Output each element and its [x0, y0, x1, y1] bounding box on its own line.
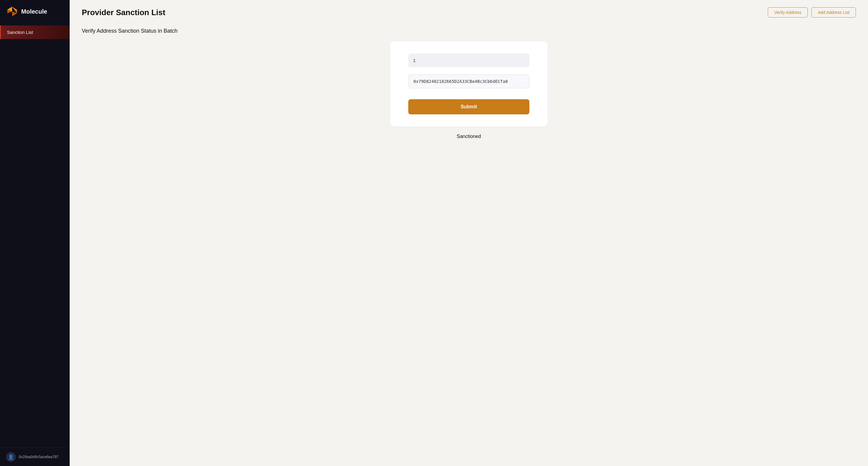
page-header: Provider Sanction List Verify Address Ad… — [70, 0, 868, 25]
address-field-group — [408, 74, 529, 88]
submit-button[interactable]: Submit — [408, 99, 529, 114]
header-actions: Verify Address Add Address List — [768, 7, 856, 18]
molecule-logo-icon — [6, 5, 18, 18]
sidebar-footer: 👤 0x29aa0d9c5ace6ea797 — [0, 447, 70, 466]
batch-input[interactable] — [408, 54, 529, 67]
verify-address-button[interactable]: Verify Address — [768, 7, 808, 18]
page-title: Provider Sanction List — [82, 8, 165, 17]
wallet-address: 0x29aa0d9c5ace6ea797 — [19, 455, 58, 459]
avatar: 👤 — [6, 452, 16, 462]
sidebar: Molecule Sanction List 👤 0x29aa0d9c5ace6… — [0, 0, 70, 466]
sidebar-item-sanction-list[interactable]: Sanction List — [0, 25, 70, 39]
section-title: Verify Address Sanction Status in Batch — [82, 28, 856, 34]
result-label: Sanctioned — [82, 134, 856, 139]
sidebar-nav: Sanction List — [0, 25, 70, 447]
batch-field-group — [408, 54, 529, 67]
add-address-list-button[interactable]: Add Address List — [811, 7, 856, 18]
app-name: Molecule — [21, 8, 47, 15]
main-content: Provider Sanction List Verify Address Ad… — [70, 0, 868, 466]
logo-area: Molecule — [0, 0, 70, 23]
form-card: Submit — [390, 41, 548, 127]
user-icon: 👤 — [8, 454, 14, 460]
content-area: Verify Address Sanction Status in Batch … — [70, 25, 868, 151]
address-input[interactable] — [408, 74, 529, 88]
